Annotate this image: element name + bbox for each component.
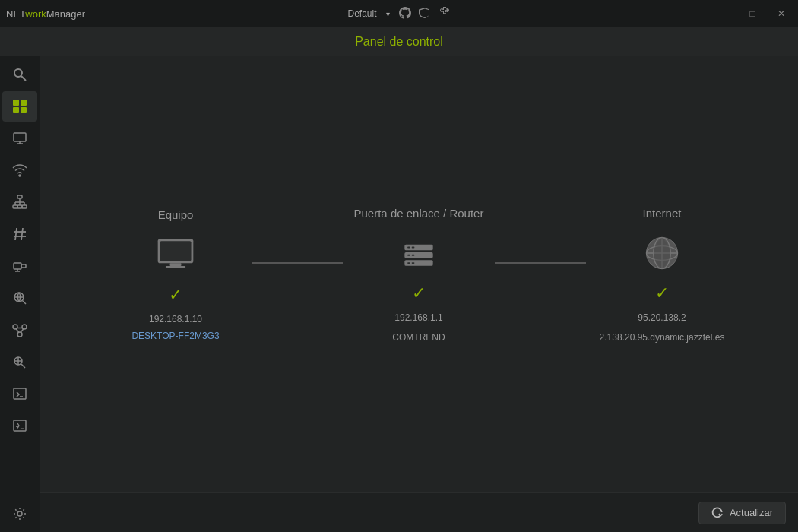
app-name-work: work [25,8,46,20]
svg-rect-24 [21,264,26,268]
header-bar: Panel de control [0,27,798,56]
refresh-icon [711,507,724,519]
globe-icon [641,232,683,277]
svg-point-45 [17,511,22,516]
equipo-ip: 192.168.1.10 [149,314,202,325]
minimize-button[interactable]: ─ [713,3,734,24]
svg-rect-23 [14,263,21,269]
sidebar-item-terminal[interactable] [2,378,37,409]
titlebar-center: Default ▾ [348,7,451,21]
svg-point-31 [22,325,27,329]
internet-label: Internet [643,207,682,220]
svg-point-9 [19,175,21,176]
svg-rect-3 [21,100,27,106]
refresh-label: Actualizar [730,507,773,518]
gateway-label: Puerta de enlace / Router [354,207,484,220]
svg-rect-12 [17,205,22,208]
svg-rect-5 [21,107,27,113]
equipo-node: Equipo ✓ 192.168.1.10 DESKTOP-FF2M3G3 [100,208,252,341]
svg-rect-47 [160,241,191,261]
main-content: Equipo ✓ 192.168.1.10 DESKTOP-FF2M3G3 P [40,56,798,532]
refresh-button[interactable]: Actualizar [698,502,786,524]
window-controls: ─ □ ✕ [713,3,792,24]
internet-check: ✓ [655,283,669,303]
internet-node: Internet ✓ 95.20.138.2 2.138.20. [586,207,738,343]
shield-icon[interactable] [419,7,431,21]
sidebar-item-device[interactable] [2,251,37,281]
equipo-check: ✓ [169,285,182,305]
puzzle-icon[interactable] [439,7,451,21]
sidebar-item-web-search[interactable] [2,347,37,377]
sidebar-item-monitor[interactable] [2,123,37,154]
close-button[interactable]: ✕ [771,3,792,24]
app-name-net: NET [6,8,25,20]
svg-rect-58 [412,262,415,264]
svg-line-28 [23,301,27,305]
svg-rect-10 [17,195,22,198]
svg-rect-53 [407,246,410,248]
svg-line-19 [15,228,17,240]
svg-rect-13 [22,205,27,208]
sidebar-item-network-tree[interactable] [2,187,37,217]
main-layout: ❯_ Equipo ✓ 192. [0,56,798,532]
svg-rect-11 [13,205,17,208]
sidebar-item-hash[interactable] [2,219,37,249]
titlebar-left: NETworkManager [6,8,85,20]
gateway-name: COMTREND [392,332,445,343]
svg-text:❯_: ❯_ [16,423,24,429]
equipo-label: Equipo [158,208,194,221]
page-title: Panel de control [355,35,443,49]
svg-rect-6 [14,133,26,141]
equipo-hostname: DESKTOP-FF2M3G3 [131,331,219,341]
gateway-check: ✓ [412,283,426,303]
connector-line-1 [252,262,343,264]
sidebar-item-settings[interactable] [2,499,37,529]
sidebar-item-wifi[interactable] [2,155,37,185]
github-icon[interactable] [399,7,411,21]
svg-line-37 [21,364,25,368]
svg-rect-56 [412,254,415,255]
sidebar: ❯_ [0,56,40,532]
svg-rect-49 [166,265,185,268]
svg-line-35 [21,329,24,333]
svg-point-32 [17,332,22,337]
monitor-icon [154,233,197,279]
profile-dropdown[interactable]: ▾ [386,10,390,18]
connector-line-2 [495,262,586,264]
bottom-bar: Actualizar [40,492,798,532]
dashboard-panel: Equipo ✓ 192.168.1.10 DESKTOP-FF2M3G3 P [40,56,798,492]
sidebar-item-search[interactable] [2,59,37,90]
svg-rect-48 [170,263,182,266]
sidebar-bottom [2,499,37,532]
maximize-button[interactable]: □ [742,3,763,24]
svg-rect-55 [407,254,410,255]
gateway-node: Puerta de enlace / Router [343,207,495,343]
internet-hostname: 2.138.20.95.dynamic.jazztel.es [600,332,725,343]
sidebar-item-connections[interactable] [2,315,37,345]
sidebar-item-dashboard[interactable] [2,91,37,122]
svg-rect-54 [412,246,415,248]
sidebar-item-globe-search[interactable] [2,283,37,313]
svg-line-1 [21,76,26,81]
router-icon [397,232,440,277]
svg-rect-4 [13,107,19,113]
svg-rect-57 [407,262,410,264]
svg-line-34 [16,329,19,333]
internet-ip: 95.20.138.2 [638,312,686,323]
gateway-ip: 192.168.1.1 [394,312,442,323]
app-name-manager: Manager [46,8,85,20]
svg-rect-2 [13,100,19,106]
svg-point-0 [14,69,22,77]
sidebar-item-cmd[interactable]: ❯_ [2,410,37,441]
app-name: NETworkManager [6,8,85,20]
titlebar-icons [399,7,451,21]
profile-label: Default [348,8,377,19]
titlebar: NETworkManager Default ▾ ─ □ ✕ [0,0,798,27]
svg-rect-40 [14,388,26,399]
svg-line-20 [21,228,23,240]
svg-point-30 [13,325,17,329]
